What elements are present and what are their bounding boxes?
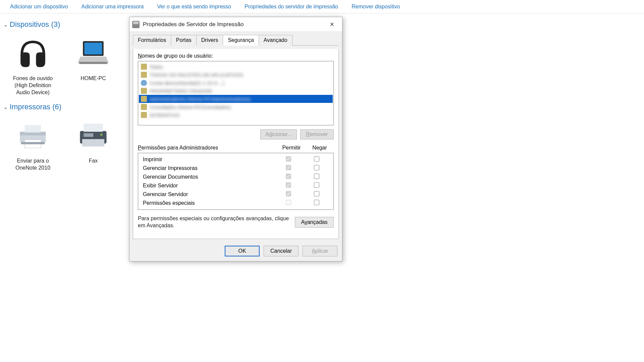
list-item[interactable]: Administradores (Home-PC\Administradores… <box>139 95 333 103</box>
dialog-body: Formulários Portas Drivers Segurança Ava… <box>129 32 342 242</box>
list-item[interactable]: Todos <box>139 63 333 71</box>
deny-checkbox[interactable] <box>314 191 319 196</box>
allow-header: Permitir <box>277 145 306 151</box>
user-icon <box>141 80 147 86</box>
group-icon <box>141 64 147 70</box>
toolbar-add-device[interactable]: Adicionar um dispositivo <box>3 1 75 12</box>
toolbar-server-properties[interactable]: Propriedades do servidor de impressão <box>238 1 345 12</box>
permission-name: Gerenciar Impressoras <box>141 165 274 171</box>
remove-button[interactable]: Remover <box>300 129 334 139</box>
device-label: HOME-PC <box>70 75 117 82</box>
permission-row: Gerenciar Servidor <box>141 190 331 199</box>
advanced-button[interactable]: Avançadas <box>295 217 334 228</box>
svg-rect-13 <box>21 142 45 144</box>
group-user-listbox[interactable]: TodosTODOS OS PACOTES DE APLICATIVOSCont… <box>138 61 334 125</box>
list-item[interactable]: Convidados (Home-PC\Convidados) <box>139 103 333 111</box>
svg-rect-16 <box>82 139 104 146</box>
printer-label: Fax <box>70 158 117 165</box>
svg-point-17 <box>100 134 103 136</box>
svg-rect-3 <box>85 43 102 54</box>
add-button[interactable]: Adicionar... <box>260 129 297 139</box>
svg-rect-11 <box>25 125 41 133</box>
printer-label: Enviar para o OneNote 2010 <box>9 158 56 172</box>
toolbar-remove-device[interactable]: Remover dispositivo <box>345 1 407 12</box>
permission-row: Exibir Servidor <box>141 181 331 190</box>
permission-row: Imprimir <box>141 155 331 164</box>
deny-header: Negar <box>306 145 334 151</box>
chevron-down-icon: ⌄ <box>3 104 8 110</box>
advanced-hint-text: Para permissões especiais ou configuraçõ… <box>138 215 291 229</box>
deny-checkbox[interactable] <box>314 200 319 205</box>
tab-strip: Formulários Portas Drivers Segurança Ava… <box>133 35 339 46</box>
deny-checkbox[interactable] <box>314 165 319 170</box>
group-icon <box>141 88 147 94</box>
list-item-label: PROPRIETÁRIO CRIADOR <box>150 88 212 94</box>
deny-checkbox[interactable] <box>314 182 319 188</box>
close-button[interactable]: × <box>325 17 339 32</box>
deny-checkbox[interactable] <box>314 174 319 179</box>
permissions-table: ImprimirGerenciar ImpressorasGerenciar D… <box>138 153 334 210</box>
tab-advanced[interactable]: Avançado <box>259 35 292 46</box>
device-label: Fones de ouvido (High Definition Audio D… <box>9 75 56 96</box>
devices-section-label: Dispositivos (3) <box>10 20 60 29</box>
printer-icon <box>14 115 51 156</box>
list-item-label: Administradores (Home-PC\Administradores… <box>150 96 251 102</box>
tab-ports[interactable]: Portas <box>171 35 196 46</box>
security-tab-panel: Nomes de grupo ou de usuário: TodosTODOS… <box>133 49 339 239</box>
device-item-headphones[interactable]: Fones de ouvido (High Definition Audio D… <box>9 33 56 96</box>
list-item[interactable]: TODOS OS PACOTES DE APLICATIVOS <box>139 71 333 79</box>
advanced-row: Para permissões especiais ou configuraçõ… <box>138 215 334 229</box>
tab-forms[interactable]: Formulários <box>133 35 171 46</box>
dialog-title: Propriedades de Servidor de Impressão <box>143 21 325 28</box>
list-item-label: Todos <box>150 64 163 70</box>
printer-small-icon <box>132 21 140 28</box>
permission-name: Exibir Servidor <box>141 183 274 189</box>
allow-checkbox[interactable] <box>286 191 291 196</box>
list-item[interactable]: Conta desconhecida(S-1-15-3-...) <box>139 79 333 87</box>
svg-rect-18 <box>84 133 93 137</box>
svg-point-0 <box>22 54 29 65</box>
cancel-button[interactable]: Cancelar <box>264 246 299 256</box>
allow-checkbox[interactable] <box>286 200 291 205</box>
permissions-header: Permissões para Administradores Permitir… <box>138 145 334 151</box>
group-names-label: Nomes de grupo ou de usuário: <box>138 53 334 59</box>
list-item[interactable]: PROPRIETÁRIO CRIADOR <box>139 87 333 95</box>
printers-section-label: Impressoras (6) <box>10 103 61 111</box>
allow-checkbox[interactable] <box>286 165 291 170</box>
fax-icon <box>75 115 112 156</box>
tab-drivers[interactable]: Drivers <box>196 35 223 46</box>
laptop-icon <box>75 33 112 73</box>
permission-name: Permissões especiais <box>141 200 274 206</box>
tab-security[interactable]: Segurança <box>223 35 259 46</box>
dialog-titlebar[interactable]: Propriedades de Servidor de Impressão × <box>129 17 342 32</box>
ok-button[interactable]: OK <box>225 246 260 256</box>
group-icon <box>141 104 147 110</box>
printer-item-fax[interactable]: Fax <box>70 115 117 172</box>
toolbar-add-printer[interactable]: Adicionar uma impressora <box>75 1 151 12</box>
toolbar-see-printing[interactable]: Ver o que está sendo impresso <box>150 1 238 12</box>
toolbar: Adicionar um dispositivo Adicionar uma i… <box>0 0 644 13</box>
list-item-label: Conta desconhecida(S-1-15-3-...) <box>150 80 224 86</box>
dialog-footer: OK Cancelar Aplicar <box>129 242 342 261</box>
deny-checkbox[interactable] <box>314 156 319 162</box>
printer-item-onenote[interactable]: Enviar para o OneNote 2010 <box>9 115 56 172</box>
group-icon <box>141 72 147 78</box>
svg-rect-4 <box>79 62 107 64</box>
list-item[interactable]: INTERATIVO <box>139 111 333 119</box>
allow-checkbox[interactable] <box>286 182 291 188</box>
device-item-homepc[interactable]: HOME-PC <box>70 33 117 96</box>
headphones-icon <box>14 33 51 73</box>
permission-name: Gerenciar Servidor <box>141 191 274 197</box>
permission-name: Gerenciar Documentos <box>141 174 274 180</box>
allow-checkbox[interactable] <box>286 156 291 162</box>
apply-button[interactable]: Aplicar <box>303 246 337 256</box>
list-item-label: TODOS OS PACOTES DE APLICATIVOS <box>150 72 243 78</box>
permission-row: Gerenciar Documentos <box>141 173 331 181</box>
group-button-row: Adicionar... Remover <box>138 129 334 139</box>
group-icon <box>141 112 147 118</box>
list-item-label: INTERATIVO <box>150 112 179 118</box>
list-item-label: Convidados (Home-PC\Convidados) <box>150 104 231 110</box>
permission-name: Imprimir <box>141 157 274 163</box>
allow-checkbox[interactable] <box>286 174 291 179</box>
permission-row: Permissões especiais <box>141 199 331 207</box>
